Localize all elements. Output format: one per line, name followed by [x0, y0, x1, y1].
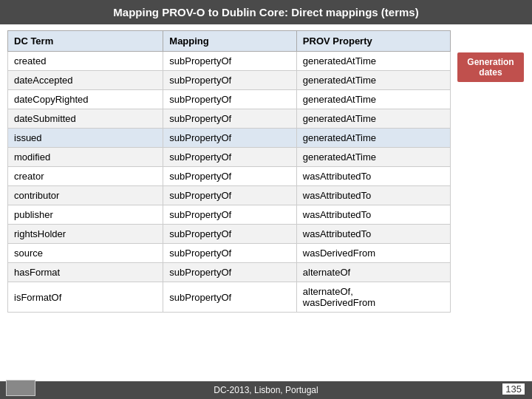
- page-number: 135: [502, 383, 525, 395]
- table-row: creatorsubPropertyOfwasAttributedTo: [8, 167, 451, 186]
- dc-term-cell: isFormatOf: [8, 282, 163, 313]
- dc-term-cell: dateSubmitted: [8, 109, 163, 129]
- mapping-cell: subPropertyOf: [163, 71, 297, 90]
- prov-property-cell: wasAttributedTo: [296, 167, 450, 186]
- dc-term-cell: hasFormat: [8, 263, 163, 282]
- mapping-cell: subPropertyOf: [163, 52, 297, 71]
- col-header-dc-term: DC Term: [8, 31, 163, 52]
- mapping-cell: subPropertyOf: [163, 90, 297, 109]
- mapping-cell: subPropertyOf: [163, 186, 297, 205]
- prov-property-cell: alternateOf, wasDerivedFrom: [296, 282, 450, 313]
- prov-property-cell: wasAttributedTo: [296, 186, 450, 205]
- table-row: hasFormatsubPropertyOfalternateOf: [8, 263, 451, 282]
- mapping-cell: subPropertyOf: [163, 263, 297, 282]
- mapping-cell: subPropertyOf: [163, 282, 297, 313]
- prov-property-cell: alternateOf: [296, 263, 450, 282]
- table-header-row: DC Term Mapping PROV Property: [8, 31, 451, 52]
- table-row: rightsHoldersubPropertyOfwasAttributedTo: [8, 225, 451, 244]
- mapping-table: DC Term Mapping PROV Property createdsub…: [7, 30, 451, 313]
- prov-property-cell: generatedAtTime: [296, 90, 450, 109]
- mapping-cell: subPropertyOf: [163, 148, 297, 167]
- mapping-cell: subPropertyOf: [163, 225, 297, 244]
- generation-dates-box: Generation dates: [457, 52, 524, 82]
- dc-term-cell: source: [8, 244, 163, 263]
- table-row: dateAcceptedsubPropertyOfgeneratedAtTime: [8, 71, 451, 90]
- table-row: issuedsubPropertyOfgeneratedAtTime: [8, 129, 451, 148]
- dc-term-cell: dateAccepted: [8, 71, 163, 90]
- prov-property-cell: generatedAtTime: [296, 148, 450, 167]
- dc-term-cell: publisher: [8, 205, 163, 225]
- footer: DC-2013, Lisbon, Portugal: [0, 381, 532, 399]
- footer-logo: [6, 380, 35, 396]
- prov-property-cell: generatedAtTime: [296, 109, 450, 129]
- dc-term-cell: created: [8, 52, 163, 71]
- side-panel: Generation dates: [451, 30, 525, 313]
- prov-property-cell: generatedAtTime: [296, 129, 450, 148]
- mapping-cell: subPropertyOf: [163, 205, 297, 225]
- dc-term-cell: modified: [8, 148, 163, 167]
- table-row: dateCopyRightedsubPropertyOfgeneratedAtT…: [8, 90, 451, 109]
- mapping-cell: subPropertyOf: [163, 244, 297, 263]
- prov-property-cell: generatedAtTime: [296, 52, 450, 71]
- col-header-mapping: Mapping: [163, 31, 297, 52]
- col-header-prov-property: PROV Property: [296, 31, 450, 52]
- dc-term-cell: creator: [8, 167, 163, 186]
- header-title: Mapping PROV-O to Dublin Core: Direct ma…: [0, 0, 532, 24]
- table-row: createdsubPropertyOfgeneratedAtTime: [8, 52, 451, 71]
- footer-text: DC-2013, Lisbon, Portugal: [214, 385, 318, 395]
- table-row: sourcesubPropertyOfwasDerivedFrom: [8, 244, 451, 263]
- table-row: modifiedsubPropertyOfgeneratedAtTime: [8, 148, 451, 167]
- dc-term-cell: contributor: [8, 186, 163, 205]
- header: Mapping PROV-O to Dublin Core: Direct ma…: [0, 0, 532, 24]
- prov-property-cell: wasAttributedTo: [296, 205, 450, 225]
- prov-property-cell: wasAttributedTo: [296, 225, 450, 244]
- dc-term-cell: rightsHolder: [8, 225, 163, 244]
- mapping-cell: subPropertyOf: [163, 167, 297, 186]
- table-wrapper: DC Term Mapping PROV Property createdsub…: [7, 30, 451, 313]
- table-row: isFormatOfsubPropertyOfalternateOf, wasD…: [8, 282, 451, 313]
- prov-property-cell: generatedAtTime: [296, 71, 450, 90]
- table-row: contributorsubPropertyOfwasAttributedTo: [8, 186, 451, 205]
- dc-term-cell: dateCopyRighted: [8, 90, 163, 109]
- prov-property-cell: wasDerivedFrom: [296, 244, 450, 263]
- table-row: publishersubPropertyOfwasAttributedTo: [8, 205, 451, 225]
- main-content: DC Term Mapping PROV Property createdsub…: [0, 24, 532, 313]
- mapping-cell: subPropertyOf: [163, 129, 297, 148]
- mapping-cell: subPropertyOf: [163, 109, 297, 129]
- dc-term-cell: issued: [8, 129, 163, 148]
- table-row: dateSubmittedsubPropertyOfgeneratedAtTim…: [8, 109, 451, 129]
